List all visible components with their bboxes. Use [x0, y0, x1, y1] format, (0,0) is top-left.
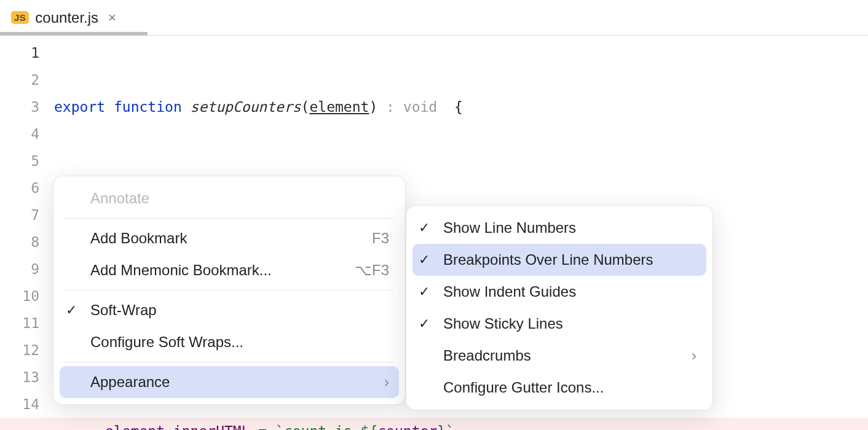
- chevron-right-icon: ›: [692, 347, 696, 364]
- line-number[interactable]: 12: [0, 337, 39, 364]
- menu-item-configure-gutter-icons[interactable]: Configure Gutter Icons...: [406, 372, 712, 404]
- line-number[interactable]: 5: [0, 147, 39, 174]
- line-number[interactable]: 9: [0, 256, 39, 283]
- menu-separator: [65, 362, 394, 362]
- menu-separator: [65, 290, 394, 291]
- code-line[interactable]: export function setupCounters(element) :…: [54, 93, 868, 120]
- line-number[interactable]: 6: [0, 174, 39, 201]
- check-icon: ✓: [66, 302, 77, 318]
- close-tab-icon[interactable]: ×: [108, 10, 116, 26]
- tab-title: counter.js: [35, 9, 98, 26]
- menu-item-annotate: Annotate: [53, 182, 405, 214]
- menu-item-appearance[interactable]: Appearance›: [60, 366, 399, 398]
- line-number[interactable]: 1: [0, 39, 39, 66]
- editor-tab[interactable]: JS counter.js ×: [0, 0, 127, 35]
- line-number[interactable]: 11: [0, 310, 39, 337]
- menu-separator: [65, 218, 394, 219]
- line-number[interactable]: 13: [0, 364, 39, 391]
- line-number[interactable]: 2: [0, 66, 39, 93]
- check-icon: ✓: [419, 284, 430, 300]
- menu-item-add-mnemonic-bookmark[interactable]: Add Mnemonic Bookmark...⌥F3: [53, 254, 405, 286]
- menu-item-breakpoints-over-line-numbers[interactable]: ✓Breakpoints Over Line Numbers: [412, 244, 706, 276]
- menu-item-soft-wrap[interactable]: ✓Soft-Wrap: [53, 294, 405, 326]
- line-number[interactable]: 4: [0, 120, 39, 147]
- menu-item-breadcrumbs[interactable]: Breadcrumbs›: [406, 340, 712, 372]
- editor-gutter[interactable]: 1 2 3 4 5 6 7 8 9 10 11 12 13 14: [0, 36, 54, 430]
- line-number[interactable]: 7: [0, 201, 39, 229]
- line-number[interactable]: 8: [0, 229, 39, 256]
- menu-item-show-sticky-lines[interactable]: ✓Show Sticky Lines: [406, 308, 712, 340]
- check-icon: ✓: [419, 316, 430, 332]
- js-file-icon: JS: [11, 11, 29, 24]
- check-icon: ✓: [419, 252, 430, 268]
- line-number[interactable]: 3: [0, 93, 39, 120]
- menu-item-add-bookmark[interactable]: Add BookmarkF3: [53, 222, 405, 254]
- menu-item-show-indent-guides[interactable]: ✓Show Indent Guides: [406, 276, 712, 308]
- menu-item-configure-soft-wraps[interactable]: Configure Soft Wraps...: [53, 326, 405, 358]
- check-icon: ✓: [419, 220, 430, 236]
- line-number[interactable]: 14: [0, 391, 39, 418]
- code-line[interactable]: element.innerHTML = `count is ${counter}…: [0, 418, 868, 430]
- gutter-context-menu: Annotate Add BookmarkF3 Add Mnemonic Boo…: [53, 176, 406, 405]
- chevron-right-icon: ›: [384, 373, 389, 391]
- appearance-submenu: ✓Show Line Numbers ✓Breakpoints Over Lin…: [406, 205, 713, 410]
- line-number[interactable]: 10: [0, 283, 39, 310]
- menu-item-show-line-numbers[interactable]: ✓Show Line Numbers: [406, 212, 712, 244]
